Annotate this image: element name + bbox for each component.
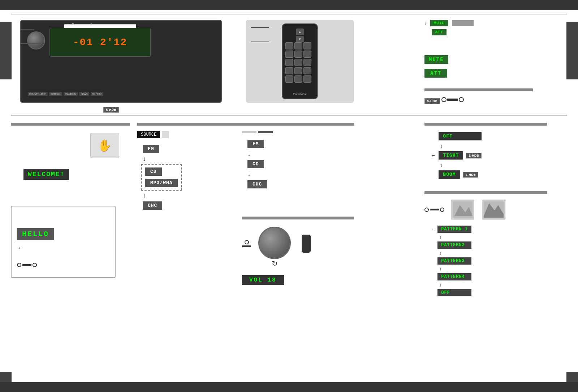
att-display-container: ATT bbox=[424, 66, 562, 78]
sq-tight-row: TIGHT S-HDB bbox=[439, 150, 482, 161]
source-cd: CD bbox=[145, 167, 162, 176]
sq-boom-row: BOOM S-HDB bbox=[439, 169, 482, 180]
pattern-list: ⌐ PATTERN 1 ↓ PATTERN2 ↓ PATTERN3 ↓ PATT… bbox=[432, 225, 562, 297]
illum-jack bbox=[424, 208, 444, 212]
source-toggle-row: SOURCE bbox=[137, 131, 249, 138]
jack-sm-bar bbox=[22, 264, 31, 266]
source-chc: CHC bbox=[143, 201, 162, 210]
remote-btn-4[interactable] bbox=[285, 51, 293, 58]
sq-off: OFF bbox=[439, 132, 482, 140]
arrow-left-icon: ← bbox=[17, 244, 109, 252]
mute-att-section: ↓ MUTE ATT MUTE ATT S-HDB bbox=[424, 20, 562, 104]
jack-bar bbox=[447, 99, 458, 101]
source-fm-row: FM bbox=[143, 144, 249, 154]
remote-btn-5[interactable] bbox=[294, 51, 302, 58]
sq-tight: TIGHT bbox=[439, 151, 463, 160]
anno-line-2 bbox=[20, 29, 34, 30]
sq-items-list: OFF ↓ TIGHT S-HDB ↓ BOOM S-HDB bbox=[439, 131, 482, 180]
repeat-btn[interactable]: REPEAT bbox=[91, 92, 104, 96]
remote-btn-11[interactable] bbox=[294, 67, 302, 74]
pattern-arrow-group: ⌐ PATTERN 1 ↓ PATTERN2 ↓ PATTERN3 ↓ PATT… bbox=[432, 225, 562, 297]
remote-btn-1[interactable] bbox=[285, 42, 293, 49]
remote-down-btn[interactable]: ▼ bbox=[296, 36, 304, 42]
remote-btn-9[interactable] bbox=[303, 59, 311, 66]
pattern-arrow-2: ↓ bbox=[439, 251, 471, 256]
shdb-divider bbox=[424, 88, 533, 91]
pattern3: PATTERN3 bbox=[437, 257, 471, 265]
shdb-badge-container: S-HDB bbox=[103, 106, 119, 113]
remote-btn-12[interactable] bbox=[303, 67, 311, 74]
source2-label-2 bbox=[258, 131, 273, 133]
pattern-arrow-4: ↓ bbox=[439, 282, 471, 287]
right-tab-bottom bbox=[566, 372, 578, 382]
source2-toggle-row bbox=[242, 131, 354, 133]
remote-up-btn[interactable]: ▲ bbox=[296, 29, 304, 35]
source2-fm-row: FM bbox=[247, 139, 354, 149]
jack-icon-hello bbox=[17, 263, 109, 267]
vol-knob-large[interactable] bbox=[258, 227, 291, 259]
source-arrow-2: ↓ bbox=[143, 192, 244, 199]
remote-btn-8[interactable] bbox=[294, 59, 302, 66]
bottom-bar bbox=[0, 382, 578, 392]
sq-options: ⌐ OFF ↓ TIGHT S-HDB ↓ BOOM S-HDB bbox=[432, 131, 562, 180]
remote-anno-2 bbox=[251, 42, 269, 42]
welcome-section-header bbox=[11, 123, 130, 126]
pattern-arrow-3: ↓ bbox=[439, 266, 471, 271]
sq-arrow-1: ↓ bbox=[440, 143, 482, 149]
remote-section: ▲ ▼ Panasonic bbox=[246, 20, 354, 103]
stereo-unit: Panasonic -01 2'12 DISC/FOLDER SCROLL RA… bbox=[20, 20, 222, 103]
remote-btn-3[interactable] bbox=[303, 42, 311, 49]
att-display: ATT bbox=[424, 69, 447, 78]
pattern4: PATTERN4 bbox=[437, 273, 471, 280]
mute-display: MUTE bbox=[424, 55, 448, 64]
volume-knob[interactable] bbox=[27, 31, 45, 49]
remote-btn-10[interactable] bbox=[285, 67, 293, 74]
remote-button-grid bbox=[285, 42, 311, 83]
jack-circle-1 bbox=[441, 97, 447, 102]
disc-folder-btn[interactable]: DISC/FOLDER bbox=[28, 92, 48, 96]
volume-section: ↻ VOL 18 bbox=[242, 217, 354, 285]
source2-cd-row: CD bbox=[247, 159, 354, 169]
pattern-off: OFF bbox=[437, 289, 471, 296]
illum-thumb-2 bbox=[482, 200, 505, 219]
rotation-arrow: ↻ bbox=[255, 259, 294, 268]
illum-jack-circle-2 bbox=[440, 208, 444, 212]
illum-section: ⌐ PATTERN 1 ↓ PATTERN2 ↓ PATTERN3 ↓ PATT… bbox=[424, 191, 562, 297]
welcome-display-container: WELCOME! bbox=[16, 169, 130, 180]
remote-btn-6[interactable] bbox=[303, 51, 311, 58]
sq-option-row: ⌐ OFF ↓ TIGHT S-HDB ↓ BOOM S-HDB bbox=[432, 131, 562, 180]
scan-btn[interactable]: SCAN bbox=[79, 92, 89, 96]
source2-arrow-1: ↓ bbox=[247, 150, 349, 158]
random-btn[interactable]: RANDOM bbox=[64, 92, 78, 96]
volume-section-header bbox=[242, 217, 354, 219]
illum-section-header bbox=[424, 191, 547, 194]
illum-jack-bar bbox=[430, 209, 439, 210]
remote-brand-label: Panasonic bbox=[293, 92, 306, 96]
left-tab bbox=[0, 22, 12, 79]
sq-tight-shdb: S-HDB bbox=[466, 153, 482, 158]
remote-btn-14[interactable] bbox=[294, 75, 302, 83]
sq-arrow-2: ↓ bbox=[440, 162, 482, 168]
scroll-btn[interactable]: SCROLL bbox=[49, 92, 62, 96]
source2-section-header bbox=[242, 123, 354, 126]
source-chc-row: CHC bbox=[143, 200, 249, 211]
source-arrow-1: ↓ bbox=[143, 155, 244, 163]
jack-icon-right bbox=[441, 97, 464, 102]
remote-btn-7[interactable] bbox=[285, 59, 293, 66]
sq-boom-shdb: S-HDB bbox=[463, 172, 479, 178]
hand-icon: ✋ bbox=[90, 133, 119, 158]
vol-display: VOL 18 bbox=[242, 275, 284, 285]
sq-boom: BOOM bbox=[439, 170, 460, 179]
hello-display: HELLO bbox=[17, 228, 54, 240]
jack-circle-2 bbox=[459, 97, 464, 102]
source-label-white bbox=[162, 131, 169, 138]
hand-container: ✋ bbox=[11, 133, 126, 164]
remote-btn-13[interactable] bbox=[285, 75, 293, 83]
remote-btn-15[interactable] bbox=[303, 75, 311, 83]
source-section: SOURCE FM ↓ CD MP3/WMA ↓ CHC bbox=[137, 123, 249, 211]
illum-jack-circle bbox=[424, 208, 429, 212]
remote-btn-2[interactable] bbox=[294, 42, 302, 49]
illum-thumb-1 bbox=[451, 200, 474, 219]
source-section-header bbox=[137, 123, 249, 126]
vol-display-container: VOL 18 bbox=[242, 271, 354, 285]
